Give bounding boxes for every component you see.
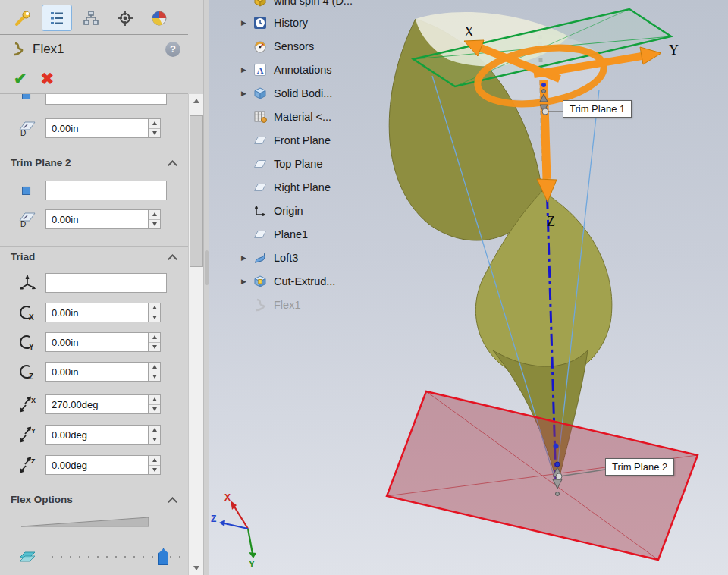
trim-plane1-callout[interactable]: Trim Plane 1 — [563, 100, 632, 118]
trim-plane2-reference-field[interactable] — [46, 181, 167, 200]
tree-item-flex1[interactable]: ▶ Flex1 — [241, 293, 353, 316]
axis-label-y: Y — [669, 42, 679, 58]
svg-text:Z: Z — [31, 457, 36, 465]
trim-plane2-distance-field[interactable]: 0.00in — [46, 209, 149, 229]
panel-splitter[interactable] — [203, 0, 209, 575]
section-label: Trim Plane 2 — [11, 157, 71, 168]
trim-plane2-callout[interactable]: Trim Plane 2 — [605, 458, 674, 476]
trim-plane1-reference-field[interactable] — [46, 94, 167, 105]
tree-item-label: wind spin 4 (D... — [274, 0, 353, 7]
section-label: Triad — [11, 251, 35, 262]
svg-text:Y: Y — [31, 427, 36, 435]
trim-plane1-distance-field[interactable]: 0.00in — [46, 118, 149, 138]
triad-y-arrowhead[interactable] — [640, 47, 661, 64]
callout2-anchor[interactable] — [556, 473, 562, 479]
tree-item-label: Origin — [274, 205, 303, 217]
z-rotate-icon: Z — [18, 456, 46, 474]
tab-property-manager[interactable] — [8, 5, 38, 31]
tree-item-cut-extrude[interactable]: ▶ Cut-Extrud... — [241, 269, 353, 293]
loft-icon — [253, 251, 268, 265]
trim-plane2-reference-row — [0, 181, 188, 200]
tab-display-manager[interactable] — [144, 5, 174, 31]
trim-plane2-distance-spinner[interactable] — [149, 209, 161, 229]
property-manager-panel: Flex1 ? ✔ ✖ D 0.00in Tri — [0, 0, 188, 575]
tab-configuration-manager[interactable] — [76, 5, 106, 31]
tree-item-right-plane[interactable]: ▶ Right Plane — [241, 175, 353, 199]
page-title: Flex1 — [33, 42, 64, 57]
tree-item-label: Right Plane — [274, 181, 331, 193]
expand-arrow-icon[interactable]: ▶ — [241, 254, 253, 262]
tree-item-top-plane[interactable]: ▶ Top Plane — [241, 152, 353, 175]
tree-item-front-plane[interactable]: ▶ Front Plane — [241, 128, 353, 152]
expand-arrow-icon[interactable]: ▶ — [241, 19, 253, 27]
collapse-chevron-icon[interactable] — [168, 254, 177, 264]
scroll-down-button[interactable] — [189, 561, 204, 575]
section-label: Flex Options — [11, 494, 73, 505]
y-origin-icon: Y — [18, 333, 46, 351]
accuracy-slider-track[interactable] — [52, 548, 182, 565]
triad-z-origin-field[interactable]: 0.00in — [46, 362, 149, 382]
plane-icon — [253, 228, 268, 241]
triad-y-origin-field[interactable]: 0.00in — [46, 332, 149, 352]
tree-item-solid-bodies[interactable]: ▶ Solid Bodi... — [241, 81, 353, 105]
triad-y-origin-spinner[interactable] — [149, 332, 161, 352]
expand-arrow-icon[interactable]: ▶ — [241, 66, 253, 74]
render-sphere-icon — [150, 9, 168, 27]
collapse-chevron-icon[interactable] — [168, 160, 177, 170]
trim-plane1-distance-spinner[interactable] — [149, 118, 161, 138]
triad-z-rotate-spinner[interactable] — [149, 455, 161, 475]
triad-x-origin-field[interactable]: 0.00in — [46, 303, 149, 322]
property-title-row: Flex1 ? — [0, 35, 188, 64]
section-flex-options[interactable]: Flex Options — [0, 489, 188, 510]
scroll-up-button[interactable] — [189, 94, 204, 108]
tree-item-plane1[interactable]: ▶ Plane1 — [241, 222, 353, 246]
expand-arrow-icon[interactable]: ▶ — [241, 278, 253, 285]
triad-x-rotate-spinner[interactable] — [149, 394, 161, 414]
tree-item-label: Annotations — [274, 64, 332, 76]
tree-item-history[interactable]: ▶ History — [241, 11, 353, 34]
tree-item-label: Material <... — [274, 111, 331, 123]
tree-item-material[interactable]: ▶ Material <... — [241, 105, 353, 128]
svg-text:D: D — [20, 220, 26, 228]
svg-text:D: D — [20, 129, 26, 137]
accuracy-slider-row — [0, 542, 188, 572]
graphics-area[interactable]: X Y Z — [209, 0, 728, 575]
triad-z-rotate-field[interactable]: 0.00deg — [46, 455, 149, 475]
panel-scrollbar[interactable] — [188, 94, 203, 575]
trim-distance-icon: D — [18, 210, 46, 228]
scroll-thumb[interactable] — [190, 115, 203, 267]
tab-dimxpert-manager[interactable] — [110, 5, 140, 31]
section-triad[interactable]: Triad — [0, 246, 188, 267]
callout1-anchor[interactable] — [542, 108, 548, 115]
triad-z-origin-spinner[interactable] — [149, 362, 161, 382]
expand-arrow-icon[interactable]: ▶ — [241, 90, 253, 97]
trim-plane1-reference-row — [0, 94, 188, 105]
triad-y-rotate-row: Y 0.00deg — [0, 425, 188, 445]
tree-item-sensors[interactable]: ▶ Sensors — [241, 34, 353, 58]
material-icon — [253, 110, 268, 124]
collapse-chevron-icon[interactable] — [168, 497, 177, 507]
triad-y-rotate-spinner[interactable] — [149, 425, 161, 445]
section-trim-plane2[interactable]: Trim Plane 2 — [0, 152, 188, 173]
tree-item-annotations[interactable]: ▶ A Annotations — [241, 58, 353, 81]
ok-button[interactable]: ✔ — [14, 70, 27, 88]
triad-icon — [18, 274, 46, 292]
accuracy-slider-handle[interactable] — [158, 548, 168, 565]
triad-x-origin-spinner[interactable] — [149, 303, 161, 322]
history-icon — [253, 16, 268, 30]
cancel-button[interactable]: ✖ — [41, 70, 55, 88]
up-arrow-icon — [193, 99, 199, 103]
triad-y-rotate-field[interactable]: 0.00deg — [46, 425, 149, 445]
help-icon[interactable]: ? — [165, 42, 180, 57]
tab-feature-manager[interactable] — [42, 5, 72, 31]
splitter-grip[interactable] — [205, 250, 209, 285]
tree-item-root[interactable]: ▶ wind spin 4 (D... — [241, 0, 353, 11]
plane-icon — [253, 181, 268, 194]
tree-item-origin[interactable]: ▶ Origin — [241, 199, 353, 222]
tree-item-loft3[interactable]: ▶ Loft3 — [241, 246, 353, 269]
triad-reference-row — [0, 273, 188, 293]
orientation-z-label: Z — [211, 514, 216, 524]
trim-plane1-ref-icon — [18, 94, 46, 103]
triad-x-rotate-field[interactable]: 270.00deg — [46, 394, 149, 414]
triad-reference-field[interactable] — [46, 273, 167, 293]
